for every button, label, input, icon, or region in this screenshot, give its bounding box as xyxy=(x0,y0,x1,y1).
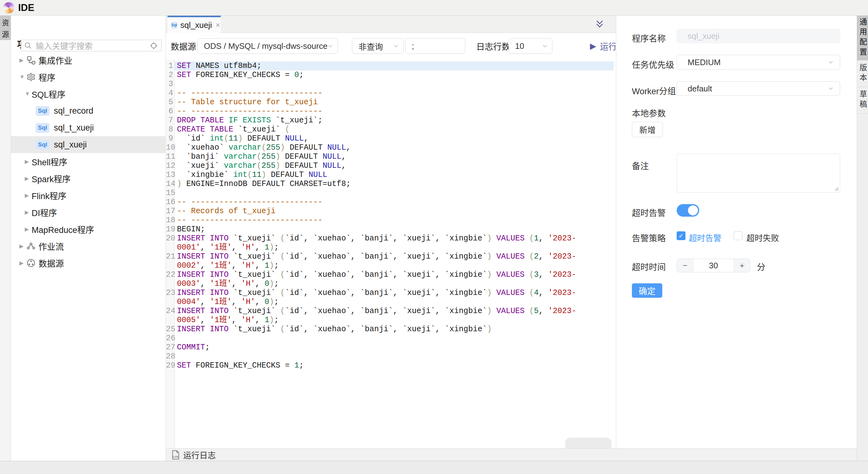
chevron-expanded-icon[interactable]: ▼ xyxy=(25,91,32,97)
code-line[interactable]: 25INSERT INTO `t_xueji` (`id`, `xuehao`,… xyxy=(166,325,614,334)
timeout-fail-option-label[interactable]: 超时失败 xyxy=(746,232,779,243)
datasource-select[interactable]: ODS / MySQL / mysql-dws-source xyxy=(197,38,338,54)
log-panel-handle[interactable] xyxy=(565,438,612,448)
code-line[interactable]: 11 `banji` varchar(255) DEFAULT NULL, xyxy=(166,152,614,161)
line-number: 14 xyxy=(166,180,175,188)
worker-group-select[interactable]: default xyxy=(677,82,840,96)
add-param-button[interactable]: 新增 xyxy=(632,122,663,137)
rail-tab-versions[interactable]: 版本 xyxy=(857,60,868,87)
stepper-increase-button[interactable]: + xyxy=(734,259,750,272)
tree-item-label: sql_xueji xyxy=(54,140,87,150)
code-line[interactable]: 23INSERT INTO `t_xueji` (`id`, `xuehao`,… xyxy=(166,288,614,307)
tree-item-集成作业[interactable]: ▶集成作业 xyxy=(11,52,166,69)
chevron-collapsed-icon[interactable]: ▶ xyxy=(25,209,32,216)
code-line[interactable]: 21INSERT INTO `t_xueji` (`id`, `xuehao`,… xyxy=(166,252,614,270)
rail-tab-drafts[interactable]: 草稿 xyxy=(857,87,868,114)
code-line[interactable]: 26 xyxy=(166,334,614,343)
timeout-stepper: − 30 + xyxy=(677,259,750,273)
run-button[interactable]: ▶ 运行 xyxy=(590,33,616,60)
resize-handle-icon[interactable] xyxy=(834,187,839,191)
line-number: 28 xyxy=(166,352,175,361)
timeout-alarm-toggle[interactable] xyxy=(677,204,699,217)
tree-item-作业流[interactable]: ▶作业流 xyxy=(11,238,166,255)
tab-sql-xueji[interactable]: Sql sql_xueji × xyxy=(167,15,221,33)
code-line[interactable]: 6-- ---------------------------- xyxy=(166,107,614,116)
timeout-alarm-checkbox[interactable]: ✓ xyxy=(677,231,685,240)
code-line[interactable]: 3 xyxy=(166,80,614,89)
timeout-alarm-option-label[interactable]: 超时告警 xyxy=(689,232,721,243)
line-number: 12 xyxy=(166,161,175,170)
chevron-collapsed-icon[interactable]: ▶ xyxy=(25,226,32,232)
chevron-collapsed-icon[interactable]: ▶ xyxy=(20,57,26,64)
tree-item-Spark程序[interactable]: ▶Spark程序 xyxy=(11,170,166,187)
confirm-button[interactable]: 确定 xyxy=(632,283,662,298)
tree-item-Shell程序[interactable]: ▶Shell程序 xyxy=(11,153,166,170)
log-lines-label: 日志行数 xyxy=(476,33,510,60)
line-number: 19 xyxy=(166,225,175,234)
tree-item-DI程序[interactable]: ▶DI程序 xyxy=(11,204,166,221)
tree-item-MapReduce程序[interactable]: ▶MapReduce程序 xyxy=(11,221,166,238)
code-line[interactable]: 17-- Records of t_xueji xyxy=(166,207,614,216)
code-line[interactable]: 20INSERT INTO `t_xueji` (`id`, `xuehao`,… xyxy=(166,234,614,252)
code-line[interactable]: 16-- ---------------------------- xyxy=(166,197,614,207)
config-panel: 程序名称 sql_xueji 任务优先级 MEDIUM Worker分组 def… xyxy=(616,15,857,448)
chevron-expanded-icon[interactable]: ▼ xyxy=(20,74,26,80)
code-line[interactable]: 18-- ---------------------------- xyxy=(166,216,614,225)
search-input[interactable]: 输入关键字搜索 xyxy=(21,40,162,51)
timeout-value[interactable]: 30 xyxy=(693,259,734,272)
code-line[interactable]: 14) ENGINE=InnoDB DEFAULT CHARSET=utf8; xyxy=(166,180,614,188)
toggle-knob xyxy=(688,206,698,215)
code-line[interactable]: 15 xyxy=(166,188,614,197)
remark-textarea[interactable] xyxy=(677,154,840,193)
collapse-double-chevron-icon[interactable] xyxy=(595,20,604,29)
play-icon: ▶ xyxy=(590,41,596,51)
tree-item-sql_record[interactable]: Sqlsql_record xyxy=(11,102,166,119)
line-number: 22 xyxy=(166,270,175,288)
code-line[interactable]: 22INSERT INTO `t_xueji` (`id`, `xuehao`,… xyxy=(166,270,614,288)
line-number: 29 xyxy=(166,361,175,370)
code-line[interactable]: 5-- Table structure for t_xueji xyxy=(166,98,614,107)
tree-item-程序[interactable]: ▼程序 xyxy=(11,69,166,86)
code-line[interactable]: 19BEGIN; xyxy=(166,225,614,234)
code-line[interactable]: 8CREATE TABLE `t_xueji` ( xyxy=(166,125,614,134)
code-editor[interactable]: 1SET NAMES utf8mb4;2SET FOREIGN_KEY_CHEC… xyxy=(166,60,616,448)
delimiter-input[interactable]: ; xyxy=(405,38,465,54)
log-lines-select[interactable]: 10 xyxy=(508,38,552,54)
code-line[interactable]: 28 xyxy=(166,352,614,361)
tree-item-sql_t_xueji[interactable]: Sqlsql_t_xueji xyxy=(11,119,166,136)
line-number: 10 xyxy=(166,143,175,152)
sql-badge-icon: Sql xyxy=(36,106,50,116)
stepper-decrease-button[interactable]: − xyxy=(677,259,693,272)
locate-icon[interactable] xyxy=(149,41,158,50)
editor-toolbar: 数据源 ODS / MySQL / mysql-dws-source 非查询 ;… xyxy=(166,33,616,60)
code-line[interactable]: 2SET FOREIGN_KEY_CHECKS = 0; xyxy=(166,70,614,80)
tree-item-sql_xueji[interactable]: Sqlsql_xueji xyxy=(11,136,166,153)
code-line[interactable]: 1SET NAMES utf8mb4; xyxy=(166,61,614,70)
timeout-fail-checkbox[interactable] xyxy=(734,231,742,240)
tab-close-icon[interactable]: × xyxy=(216,21,220,29)
code-line[interactable]: 7DROP TABLE IF EXISTS `t_xueji`; xyxy=(166,116,614,125)
chevron-collapsed-icon[interactable]: ▶ xyxy=(25,192,32,199)
query-mode-select[interactable]: 非查询 xyxy=(352,38,404,54)
tree-item-Flink程序[interactable]: ▶Flink程序 xyxy=(11,187,166,204)
code-line[interactable]: 10 `xuehao` varchar(255) DEFAULT NULL, xyxy=(166,143,614,152)
code-line[interactable]: 4-- ---------------------------- xyxy=(166,89,614,98)
priority-select[interactable]: MEDIUM xyxy=(677,55,840,70)
code-line[interactable]: 27COMMIT; xyxy=(166,343,614,352)
rail-tab-general-config[interactable]: 通用配置 xyxy=(857,15,868,60)
rail-tab-resources[interactable]: 资 源 xyxy=(0,15,11,40)
chevron-collapsed-icon[interactable]: ▶ xyxy=(25,158,32,165)
chevron-collapsed-icon[interactable]: ▶ xyxy=(20,243,26,250)
run-log-bar[interactable]: LOG 运行日志 xyxy=(166,448,857,461)
tree-item-SQL程序[interactable]: ▼SQL程序 xyxy=(11,86,166,102)
code-line[interactable]: 12 `xueji` varchar(255) DEFAULT NULL, xyxy=(166,161,614,170)
chevron-collapsed-icon[interactable]: ▶ xyxy=(20,260,26,266)
code-line[interactable]: 9 `id` int(11) DEFAULT NULL, xyxy=(166,134,614,143)
code-area[interactable]: 1SET NAMES utf8mb4;2SET FOREIGN_KEY_CHEC… xyxy=(166,61,614,370)
code-line[interactable]: 24INSERT INTO `t_xueji` (`id`, `xuehao`,… xyxy=(166,307,614,325)
tree-item-数据源[interactable]: ▶数据源 xyxy=(11,255,166,272)
code-line[interactable]: 29SET FOREIGN_KEY_CHECKS = 1; xyxy=(166,361,614,370)
code-line[interactable]: 13 `xingbie` int(11) DEFAULT NULL xyxy=(166,170,614,180)
datasource-icon xyxy=(26,258,36,268)
chevron-collapsed-icon[interactable]: ▶ xyxy=(25,175,32,182)
